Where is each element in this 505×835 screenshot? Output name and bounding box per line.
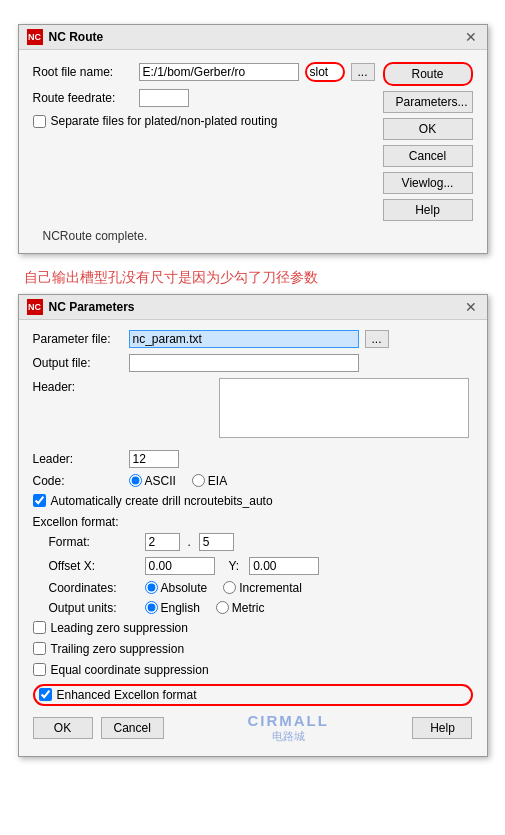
equal-coord-row: Equal coordinate suppression: [33, 663, 473, 677]
coord-absolute-item: Absolute: [145, 581, 208, 595]
root-file-label: Root file name:: [33, 65, 133, 79]
header-label: Header:: [33, 378, 123, 394]
bottom-buttons: OK Cancel: [33, 717, 164, 739]
ncroute-title-bar: NC NC Route ✕: [19, 25, 487, 50]
format-inputs: .: [145, 533, 234, 551]
ncroute-title: NC Route: [49, 30, 104, 44]
units-radio-group: English Metric: [145, 601, 265, 615]
offset-row: Offset X: Y:: [33, 557, 473, 575]
main-container: NC NC Route ✕ Root file name: ... Ro: [0, 0, 505, 835]
format-label: Format:: [49, 535, 139, 549]
feedrate-label: Route feedrate:: [33, 91, 133, 105]
code-ascii-item: ASCII: [129, 474, 176, 488]
root-file-input[interactable]: [139, 63, 299, 81]
feedrate-row: Route feedrate:: [33, 89, 375, 107]
leader-input[interactable]: [129, 450, 179, 468]
ncroute-window: NC NC Route ✕ Root file name: ... Ro: [18, 24, 488, 254]
separate-label: Separate files for plated/non-plated rou…: [51, 114, 278, 128]
ok-button-param[interactable]: OK: [33, 717, 93, 739]
watermark: CIRMALL 电路城: [247, 712, 329, 744]
auto-drill-checkbox[interactable]: [33, 494, 46, 507]
status-text: NCRoute complete.: [33, 229, 473, 243]
code-ascii-label: ASCII: [145, 474, 176, 488]
separate-checkbox[interactable]: [33, 115, 46, 128]
route-button[interactable]: Route: [383, 62, 473, 86]
trailing-zero-label: Trailing zero suppression: [51, 642, 185, 656]
excellon-section-label: Excellon format:: [33, 515, 473, 529]
param-file-input[interactable]: [129, 330, 359, 348]
root-file-suffix-input[interactable]: [305, 62, 345, 82]
ncparam-title: NC Parameters: [49, 300, 135, 314]
code-radio-group: ASCII EIA: [129, 474, 228, 488]
code-eia-radio[interactable]: [192, 474, 205, 487]
ncroute-icon: NC: [27, 29, 43, 45]
format-input2[interactable]: [199, 533, 234, 551]
ncparam-close-button[interactable]: ✕: [463, 299, 479, 315]
offset-y-label: Y:: [229, 559, 240, 573]
units-metric-radio[interactable]: [216, 601, 229, 614]
enhanced-excellon-row: Enhanced Excellon format: [33, 684, 473, 706]
enhanced-excellon-checkbox[interactable]: [39, 688, 52, 701]
param-file-row: Parameter file: ...: [33, 330, 473, 348]
help-button-route[interactable]: Help: [383, 199, 473, 221]
auto-drill-label: Automatically create drill ncroutebits_a…: [51, 494, 273, 508]
code-eia-label: EIA: [208, 474, 227, 488]
parameters-button[interactable]: Parameters...: [383, 91, 473, 113]
leader-label: Leader:: [33, 452, 123, 466]
trailing-zero-row: Trailing zero suppression: [33, 642, 473, 656]
units-english-item: English: [145, 601, 200, 615]
cancel-button-route[interactable]: Cancel: [383, 145, 473, 167]
viewlog-button[interactable]: Viewlog...: [383, 172, 473, 194]
coord-incremental-item: Incremental: [223, 581, 302, 595]
help-button-param[interactable]: Help: [412, 717, 472, 739]
excellon-label: Excellon format:: [33, 515, 119, 529]
output-file-label: Output file:: [33, 356, 123, 370]
units-english-radio[interactable]: [145, 601, 158, 614]
coord-absolute-label: Absolute: [161, 581, 208, 595]
ncparam-icon: NC: [27, 299, 43, 315]
auto-drill-row: Automatically create drill ncroutebits_a…: [33, 494, 473, 508]
output-file-row: Output file:: [33, 354, 473, 372]
ncparam-title-bar: NC NC Parameters ✕: [19, 295, 487, 320]
watermark-top: CIRMALL: [247, 712, 329, 729]
coord-incremental-radio[interactable]: [223, 581, 236, 594]
offset-y-input[interactable]: [249, 557, 319, 575]
units-english-label: English: [161, 601, 200, 615]
output-units-row: Output units: English Metric: [33, 601, 473, 615]
ncroute-close-button[interactable]: ✕: [463, 29, 479, 45]
code-label: Code:: [33, 474, 123, 488]
output-file-input[interactable]: [129, 354, 359, 372]
coordinates-radio-group: Absolute Incremental: [145, 581, 302, 595]
annotation-text: 自己输出槽型孔没有尺寸是因为少勾了刀径参数: [24, 268, 481, 288]
ncparam-body: Parameter file: ... Output file: Header:…: [19, 320, 487, 756]
format-dot: .: [188, 535, 191, 549]
ncparam-title-left: NC NC Parameters: [27, 299, 135, 315]
coord-absolute-radio[interactable]: [145, 581, 158, 594]
feedrate-input[interactable]: [139, 89, 189, 107]
code-eia-item: EIA: [192, 474, 227, 488]
param-file-label: Parameter file:: [33, 332, 123, 346]
leading-zero-checkbox[interactable]: [33, 621, 46, 634]
leader-row: Leader:: [33, 450, 473, 468]
enhanced-excellon-label: Enhanced Excellon format: [57, 688, 197, 702]
ncroute-body: Root file name: ... Route feedrate: Sepa…: [19, 50, 487, 253]
param-file-browse-button[interactable]: ...: [365, 330, 389, 348]
output-units-label: Output units:: [49, 601, 139, 615]
ok-button-route[interactable]: OK: [383, 118, 473, 140]
cancel-button-param[interactable]: Cancel: [101, 717, 164, 739]
format-input1[interactable]: [145, 533, 180, 551]
root-file-browse-button[interactable]: ...: [351, 63, 375, 81]
equal-coord-checkbox[interactable]: [33, 663, 46, 676]
trailing-zero-checkbox[interactable]: [33, 642, 46, 655]
offset-x-label: Offset X:: [49, 559, 139, 573]
units-metric-label: Metric: [232, 601, 265, 615]
coordinates-label: Coordinates:: [49, 581, 139, 595]
code-ascii-radio[interactable]: [129, 474, 142, 487]
coordinates-row: Coordinates: Absolute Incremental: [33, 581, 473, 595]
header-textarea[interactable]: [219, 378, 469, 438]
header-row: Header:: [33, 378, 473, 444]
leading-zero-row: Leading zero suppression: [33, 621, 473, 635]
offset-x-input[interactable]: [145, 557, 215, 575]
root-file-row: Root file name: ...: [33, 62, 375, 82]
format-row: Format: .: [33, 533, 473, 551]
